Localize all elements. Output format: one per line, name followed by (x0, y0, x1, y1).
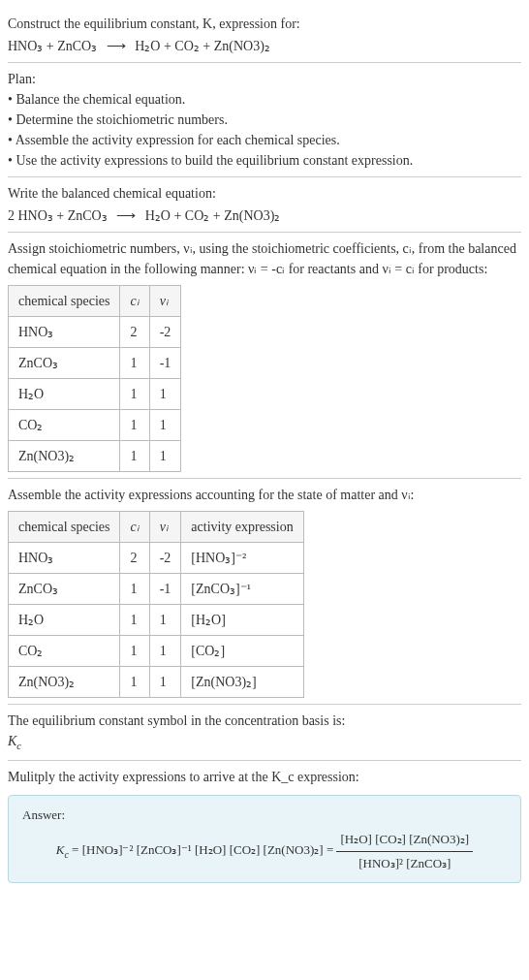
symbol-line1: The equilibrium constant symbol in the c… (8, 711, 521, 731)
balanced-heading: Write the balanced chemical equation: (8, 183, 521, 204)
cell-ci: 1 (120, 348, 149, 379)
table-header-row: chemical species cᵢ νᵢ activity expressi… (9, 512, 304, 543)
equals-sign: = (72, 842, 82, 857)
multiply-heading: Mulitply the activity expressions to arr… (8, 767, 521, 787)
eq-lhs: 2 HNO₃ + ZnCO₃ (8, 208, 108, 223)
cell-ci: 2 (120, 317, 149, 348)
cell-vi: -1 (149, 574, 181, 605)
cell-species: HNO₃ (9, 317, 120, 348)
cell-ci: 1 (120, 441, 149, 472)
cell-species: ZnCO₃ (9, 574, 120, 605)
cell-species: H₂O (9, 379, 120, 410)
activity-heading: Assemble the activity expressions accoun… (8, 485, 521, 505)
col-vi: νᵢ (149, 512, 181, 543)
cell-expr: [HNO₃]⁻² (181, 543, 303, 574)
multiply-section: Mulitply the activity expressions to arr… (8, 761, 521, 890)
eq-lhs: HNO₃ + ZnCO₃ (8, 39, 97, 53)
table-row: HNO₃ 2 -2 (9, 317, 181, 348)
cell-ci: 2 (120, 543, 149, 574)
stoich-text: Assign stoichiometric numbers, νᵢ, using… (8, 238, 521, 279)
table-row: CO₂ 1 1 (9, 410, 181, 441)
table-row: CO₂ 1 1 [CO₂] (9, 636, 304, 667)
stoich-section: Assign stoichiometric numbers, νᵢ, using… (8, 233, 521, 479)
cell-species: HNO₃ (9, 543, 120, 574)
cell-vi: 1 (149, 605, 181, 636)
unbalanced-equation: HNO₃ + ZnCO₃ ⟶ H₂O + CO₂ + Zn(NO3)₂ (8, 36, 521, 56)
symbol-kc: Kc (8, 731, 521, 754)
symbol-section: The equilibrium constant symbol in the c… (8, 705, 521, 761)
cell-species: CO₂ (9, 410, 120, 441)
table-row: Zn(NO3)₂ 1 1 [Zn(NO3)₂] (9, 667, 304, 698)
activity-table: chemical species cᵢ νᵢ activity expressi… (8, 511, 304, 698)
cell-ci: 1 (120, 667, 149, 698)
fraction-numerator: [H₂O] [CO₂] [Zn(NO3)₂] (336, 830, 473, 852)
col-species: chemical species (9, 512, 120, 543)
cell-vi: 1 (149, 379, 181, 410)
cell-expr: [Zn(NO3)₂] (181, 667, 303, 698)
cell-species: Zn(NO3)₂ (9, 441, 120, 472)
intro-section: Construct the equilibrium constant, K, e… (8, 8, 521, 63)
col-ci: cᵢ (120, 512, 149, 543)
table-row: H₂O 1 1 (9, 379, 181, 410)
cell-ci: 1 (120, 379, 149, 410)
cell-species: H₂O (9, 605, 120, 636)
balanced-equation: 2 HNO₃ + ZnCO₃ ⟶ H₂O + CO₂ + Zn(NO3)₂ (8, 205, 521, 226)
plan-item: Balance the chemical equation. (8, 89, 521, 110)
kc-expression: Kc = [HNO₃]⁻² [ZnCO₃]⁻¹ [H₂O] [CO₂] [Zn(… (22, 830, 507, 872)
table-row: HNO₃ 2 -2 [HNO₃]⁻² (9, 543, 304, 574)
arrow-icon: ⟶ (116, 208, 136, 223)
cell-vi: 1 (149, 636, 181, 667)
cell-vi: -1 (149, 348, 181, 379)
plan-item: Determine the stoichiometric numbers. (8, 110, 521, 130)
cell-expr: [H₂O] (181, 605, 303, 636)
kc-symbol: Kc (56, 842, 69, 857)
cell-ci: 1 (120, 410, 149, 441)
col-vi: νᵢ (149, 286, 181, 317)
fraction-denominator: [HNO₃]² [ZnCO₃] (336, 852, 473, 873)
cell-species: Zn(NO3)₂ (9, 667, 120, 698)
equals-sign: = (327, 842, 337, 857)
col-ci: cᵢ (120, 286, 149, 317)
intro-line: Construct the equilibrium constant, K, e… (8, 14, 521, 34)
answer-box: Answer: Kc = [HNO₃]⁻² [ZnCO₃]⁻¹ [H₂O] [C… (8, 795, 521, 884)
activity-section: Assemble the activity expressions accoun… (8, 479, 521, 705)
cell-vi: 1 (149, 410, 181, 441)
cell-vi: -2 (149, 543, 181, 574)
arrow-icon: ⟶ (107, 39, 126, 53)
cell-expr: [ZnCO₃]⁻¹ (181, 574, 303, 605)
cell-species: ZnCO₃ (9, 348, 120, 379)
cell-ci: 1 (120, 636, 149, 667)
table-row: ZnCO₃ 1 -1 (9, 348, 181, 379)
eq-rhs: H₂O + CO₂ + Zn(NO3)₂ (135, 39, 270, 53)
cell-vi: 1 (149, 441, 181, 472)
plan-list: Balance the chemical equation. Determine… (8, 89, 521, 171)
table-header-row: chemical species cᵢ νᵢ (9, 286, 181, 317)
cell-vi: -2 (149, 317, 181, 348)
col-expr: activity expression (181, 512, 303, 543)
plan-item: Use the activity expressions to build th… (8, 150, 521, 171)
cell-expr: [CO₂] (181, 636, 303, 667)
kc-fraction: [H₂O] [CO₂] [Zn(NO3)₂] [HNO₃]² [ZnCO₃] (336, 830, 473, 872)
plan-section: Plan: Balance the chemical equation. Det… (8, 63, 521, 177)
cell-species: CO₂ (9, 636, 120, 667)
table-row: H₂O 1 1 [H₂O] (9, 605, 304, 636)
kc-product-form: [HNO₃]⁻² [ZnCO₃]⁻¹ [H₂O] [CO₂] [Zn(NO3)₂… (82, 842, 324, 857)
answer-label: Answer: (22, 806, 507, 825)
table-row: ZnCO₃ 1 -1 [ZnCO₃]⁻¹ (9, 574, 304, 605)
eq-rhs: H₂O + CO₂ + Zn(NO3)₂ (145, 208, 281, 223)
table-row: Zn(NO3)₂ 1 1 (9, 441, 181, 472)
cell-ci: 1 (120, 605, 149, 636)
balanced-section: Write the balanced chemical equation: 2 … (8, 177, 521, 233)
plan-item: Assemble the activity expression for eac… (8, 130, 521, 150)
plan-heading: Plan: (8, 69, 521, 89)
cell-ci: 1 (120, 574, 149, 605)
cell-vi: 1 (149, 667, 181, 698)
stoich-table: chemical species cᵢ νᵢ HNO₃ 2 -2 ZnCO₃ 1… (8, 285, 181, 472)
col-species: chemical species (9, 286, 120, 317)
